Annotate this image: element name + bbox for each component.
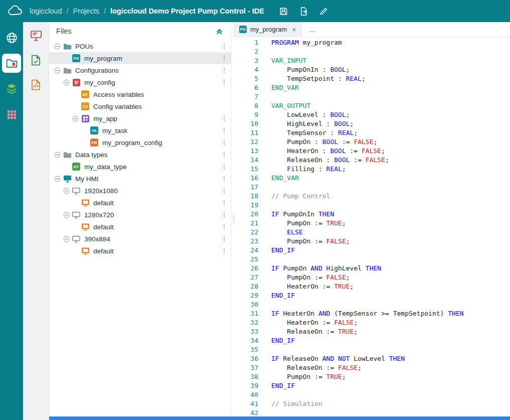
breadcrumb-item[interactable]: Projects [73,7,99,15]
code-line[interactable]: 22 ELSE [233,228,510,237]
tree-item-my-program[interactable]: PGmy_program⋮ [49,52,231,64]
code-line[interactable]: 28 HeaterOn := TRUE; [233,282,510,291]
secondary-item-hmi-display[interactable] [30,30,42,42]
code-line[interactable]: 15 Filling : REAL; [233,165,510,174]
activity-item-packages[interactable] [2,79,21,98]
item-menu-icon[interactable]: ⋮ [218,40,231,52]
code-line[interactable]: 33 ReleaseOn := TRUE; [233,327,510,336]
item-menu-icon[interactable]: ⋮ [218,197,231,209]
code-line[interactable]: 4 PumpOnIn : BOOL; [233,65,510,74]
collapse-expand-icon[interactable] [62,79,71,86]
code-line[interactable]: 31IF HeaterOn AND (TempSensor >= TempSet… [233,309,510,318]
collapse-expand-icon[interactable] [62,188,71,194]
item-menu-icon[interactable]: ⋮ [218,124,231,136]
tree-item-access-variables[interactable]: AVAccess variables [49,88,231,100]
tree-item-config-variables[interactable]: CVConfig variables [49,100,231,112]
code-line[interactable]: 36IF ReleaseOn AND NOT LowLevel THEN [233,354,510,363]
code-line[interactable]: 18// Pump Control [233,192,510,201]
code-line[interactable]: 24END_IF [233,246,510,255]
tree-item-default[interactable]: default⋮ [49,245,231,257]
code-editor[interactable]: 1PROGRAM my_program23VAR_INPUT4 PumpOnIn… [233,37,510,416]
item-menu-icon[interactable]: ⋮ [218,161,231,173]
code-line[interactable]: 20IF PumpOnIn THEN [233,210,510,219]
tree-item-my-hmi[interactable]: My HMI⋮ [49,173,231,185]
code-line[interactable]: 19 [233,201,510,210]
export-button[interactable] [298,6,309,17]
breadcrumb-item[interactable]: logiccloud Demo Project Pump Control - I… [110,7,264,15]
code-line[interactable]: 7 [233,92,510,101]
activity-item-files[interactable] [2,54,21,73]
logiccloud-logo-icon[interactable] [7,5,24,17]
activity-item-globe[interactable] [2,28,21,47]
collapse-expand-icon[interactable] [53,43,62,50]
item-menu-icon[interactable]: ⋮ [218,136,231,149]
tree-item-default[interactable]: default⋮ [49,197,231,209]
code-line[interactable]: 29END_IF [233,291,510,300]
item-menu-icon[interactable]: ⋮ [218,209,231,221]
code-line[interactable]: 12 PumpOn : BOOL := FALSE; [233,137,510,147]
tree-item-default[interactable]: default⋮ [49,221,231,233]
code-line[interactable]: 35 [233,345,510,354]
collapse-expand-icon[interactable] [62,212,71,218]
code-line[interactable]: 8VAR_OUTPUT [233,101,510,110]
code-line[interactable]: 3VAR_INPUT [233,56,510,65]
tab-overflow-button[interactable]: ... [302,22,323,37]
activity-item-hardware[interactable] [2,105,21,124]
code-line[interactable]: 26IF PumpOn AND HighLevel THEN [233,264,510,273]
code-line[interactable]: 16END_VAR [233,174,510,183]
collapse-expand-icon[interactable] [53,176,62,182]
code-line[interactable]: 23 PumpOn := FALSE; [233,237,510,246]
code-line[interactable]: 37 ReleaseOn := FALSE; [233,363,510,372]
code-line[interactable]: 21 PumpOn := TRUE; [233,219,510,228]
panel-splitter[interactable]: ⋮⋮ [231,22,233,416]
tree-item-configurations[interactable]: Configurations⋮ [49,64,231,76]
tree-item-my-app[interactable]: my_app⋮ [49,112,231,124]
tab-my_program[interactable]: PGmy_program× [233,22,302,37]
item-menu-icon[interactable]: ⋮ [218,52,231,64]
splitter-grip-icon[interactable]: ⋮⋮ [231,214,234,222]
secondary-item-config-files[interactable] [31,79,41,91]
code-line[interactable]: 41// Simulation [233,399,510,408]
collapse-expand-icon[interactable] [71,115,80,122]
close-tab-icon[interactable]: × [292,25,296,34]
code-line[interactable]: 11 TempSensor : REAL; [233,128,510,137]
bottom-panel-bar[interactable] [49,416,510,420]
code-line[interactable]: 9 LowLevel : BOOL; [233,110,510,119]
item-menu-icon[interactable]: ⋮ [218,64,231,76]
code-line[interactable]: 34END_IF [233,336,510,345]
code-line[interactable]: 13 HeaterOn : BOOL := FALSE; [233,147,510,156]
save-button[interactable] [278,6,289,17]
item-menu-icon[interactable]: ⋮ [218,185,231,197]
code-line[interactable]: 17 [233,183,510,192]
code-line[interactable]: 38 PumpOn := TRUE; [233,372,510,381]
breadcrumb-item[interactable]: logiccloud [30,7,62,15]
code-line[interactable]: 39END_IF [233,381,510,390]
code-line[interactable]: 27 PumpOn := FALSE; [233,273,510,282]
code-line[interactable]: 42 [233,408,510,416]
tree-item-390x884[interactable]: 390x884⋮ [49,233,231,245]
tree-item-data-types[interactable]: Data types⋮ [49,149,231,161]
collapse-expand-icon[interactable] [53,67,62,74]
code-line[interactable]: 14 ReleaseOn : BOOL := FALSE; [233,156,510,165]
secondary-item-program-files[interactable] [31,54,41,66]
code-line[interactable]: 1PROGRAM my_program [233,38,510,47]
code-line[interactable]: 2 [233,47,510,56]
collapse-expand-icon[interactable] [62,236,71,242]
tree-item-my-config[interactable]: my_config⋮ [49,76,231,88]
code-line[interactable]: 5 TempSetpoint : REAL; [233,74,510,83]
tree-item-1280x720[interactable]: 1280x720⋮ [49,209,231,221]
item-menu-icon[interactable]: ⋮ [218,233,231,245]
edit-button[interactable] [318,6,329,17]
item-menu-icon[interactable]: ⋮ [218,112,231,124]
code-line[interactable]: 32 HeaterOn := FALSE; [233,318,510,327]
item-menu-icon[interactable]: ⋮ [218,245,231,257]
code-line[interactable]: 30 [233,300,510,309]
collapse-expand-icon[interactable] [53,152,62,158]
item-menu-icon[interactable]: ⋮ [218,76,231,88]
tree-item-my-task[interactable]: TKmy_task⋮ [49,124,231,136]
item-menu-icon[interactable]: ⋮ [218,221,231,233]
item-menu-icon[interactable]: ⋮ [218,149,231,161]
code-line[interactable]: 6END_VAR [233,83,510,92]
tree-item-pous[interactable]: POUs⋮ [49,40,231,52]
collapse-all-icon[interactable] [216,28,223,35]
